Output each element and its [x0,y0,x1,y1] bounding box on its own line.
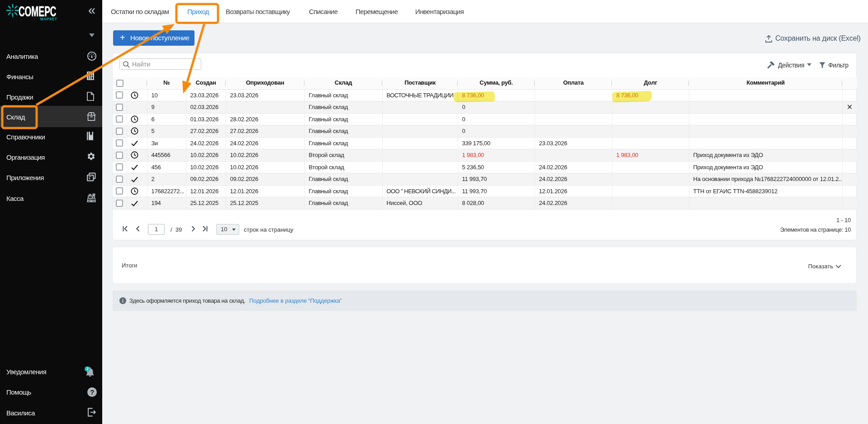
svg-text:?: ? [90,388,94,396]
